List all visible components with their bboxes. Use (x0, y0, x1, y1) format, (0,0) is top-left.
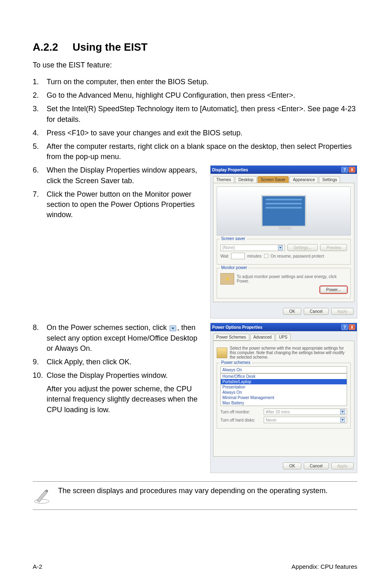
dropdown-icon (170, 325, 176, 331)
monitor-preview (217, 186, 351, 236)
scheme-option-max-battery[interactable]: Max Battery (221, 400, 347, 406)
settings-button[interactable]: Settings... (287, 244, 318, 251)
page-footer: A-2 Appendix: CPU features (33, 563, 357, 570)
step-2: 2.Go to the Advanced Menu, highlight CPU… (33, 90, 357, 101)
page-number: A-2 (33, 563, 42, 570)
preview-button[interactable]: Preview (320, 244, 347, 251)
step-3: 3.Set the Intel(R) SpeedStep Technology … (33, 104, 357, 124)
monitor-power-text: To adjust monitor power settings and sav… (237, 274, 347, 283)
cancel-button[interactable]: Cancel (304, 462, 329, 469)
chevron-down-icon (278, 245, 283, 250)
step-8: 8. On the Power schemes section, click ,… (33, 323, 203, 354)
scheme-dropdown-list[interactable]: Home/Office Desk Portable/Laptop Present… (220, 373, 347, 406)
power-button[interactable]: Power... (320, 286, 347, 293)
step-4: 4.Press <F10> to save your changes and e… (33, 128, 357, 138)
step-10: 10.Close the Display Properties window. (33, 370, 203, 381)
intro-text: To use the EIST feature: (33, 61, 357, 70)
disk-off-select[interactable]: Never (264, 417, 347, 423)
step-9: 9.Click Apply, then click OK. (33, 357, 203, 367)
display-properties-window: Display Properties ? X Themes Desktop Sc… (210, 165, 357, 319)
battery-icon (217, 348, 227, 358)
scheme-option-home-office[interactable]: Home/Office Desk (221, 374, 347, 379)
tab-ups[interactable]: UPS (276, 334, 291, 341)
scheme-option-presentation[interactable]: Presentation (221, 384, 347, 390)
scheme-option-minimal[interactable]: Minimal Power Management (221, 395, 347, 400)
display-properties-titlebar: Display Properties ? X (211, 166, 357, 174)
footer-title: Appendix: CPU features (291, 563, 357, 570)
close-button[interactable]: X (349, 167, 355, 173)
step-1: 1.Turn on the computer, then enter the B… (33, 77, 357, 87)
monitor-off-select[interactable]: After 20 mins (264, 408, 347, 415)
ok-button[interactable]: OK (283, 308, 301, 315)
tab-power-schemes[interactable]: Power Schemes (213, 334, 249, 341)
tab-settings[interactable]: Settings (319, 176, 340, 183)
note-callout: The screen displays and procedures may v… (33, 481, 357, 510)
section-heading: A.2.2 Using the EIST (33, 41, 357, 54)
resume-checkbox[interactable] (264, 254, 268, 258)
apply-button[interactable]: Apply (331, 308, 354, 315)
tab-advanced[interactable]: Advanced (250, 334, 275, 341)
chevron-down-icon (340, 409, 345, 414)
screen-saver-group-title: Screen saver (220, 236, 247, 241)
note-text: The screen displays and procedures may v… (58, 487, 357, 495)
cancel-button[interactable]: Cancel (304, 308, 329, 315)
step-6: 6.When the Display Properties window app… (33, 165, 203, 186)
power-options-window: Power Options Properties ? X Power Schem… (210, 323, 357, 473)
power-schemes-group-title: Power schemes (220, 360, 252, 365)
ok-button[interactable]: OK (283, 462, 301, 469)
tab-desktop[interactable]: Desktop (235, 176, 257, 183)
chevron-down-icon (340, 417, 345, 422)
apply-button[interactable]: Apply (331, 462, 354, 469)
tab-screen-saver[interactable]: Screen Saver (258, 176, 289, 183)
tab-appearance[interactable]: Appearance (289, 176, 318, 183)
wait-minutes-input[interactable] (231, 253, 245, 259)
step-7: 7.Click the Power button on the Monitor … (33, 189, 203, 220)
pencil-icon (33, 487, 51, 505)
step-5: 5.After the computer restarts, right cli… (33, 141, 357, 162)
display-properties-title: Display Properties (212, 168, 248, 172)
scheme-option-always-on[interactable]: Always On (221, 390, 347, 395)
help-button[interactable]: ? (341, 167, 348, 173)
power-options-titlebar: Power Options Properties ? X (211, 323, 357, 331)
monitor-power-group-title: Monitor power (220, 265, 249, 270)
power-info-text: Select the power scheme with the most ap… (230, 346, 351, 359)
scheme-option-portable[interactable]: Portable/Laptop (221, 379, 347, 384)
step-list: 1.Turn on the computer, then enter the B… (33, 77, 357, 162)
tab-themes[interactable]: Themes (213, 176, 234, 183)
power-options-title: Power Options Properties (212, 325, 262, 330)
monitor-power-icon: ⚡ (220, 273, 234, 285)
scheme-selected[interactable]: Always On (220, 366, 347, 373)
close-button[interactable]: X (349, 324, 355, 330)
svg-point-0 (34, 499, 49, 503)
help-button[interactable]: ? (341, 324, 348, 330)
after-note: After you adjust the power scheme, the C… (33, 384, 203, 415)
screensaver-select[interactable]: (None) (220, 245, 285, 251)
